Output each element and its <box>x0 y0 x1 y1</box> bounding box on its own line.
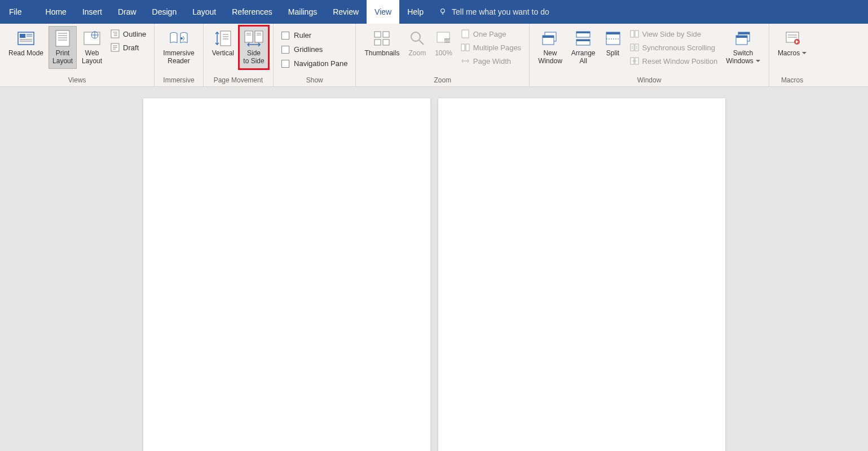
view-side-by-side-icon <box>630 30 639 38</box>
zoom-icon <box>409 30 425 46</box>
svg-rect-35 <box>374 40 381 45</box>
view-side-by-side-label: View Side by Side <box>642 30 702 38</box>
svg-rect-34 <box>383 32 389 37</box>
svg-rect-7 <box>56 30 69 46</box>
group-views: Read Mode Print Layout Web Layout Outlin… <box>0 24 155 86</box>
menu-view[interactable]: View <box>367 0 399 24</box>
side-to-side-button[interactable]: Side to Side <box>239 26 268 69</box>
svg-rect-33 <box>374 32 381 37</box>
vertical-icon <box>214 30 232 47</box>
svg-rect-49 <box>576 32 590 33</box>
thumbnails-button[interactable]: Thumbnails <box>360 26 403 69</box>
arrange-all-label: Arrange All <box>571 49 596 65</box>
ruler-checkbox[interactable]: Ruler <box>280 29 349 41</box>
print-layout-icon <box>55 30 70 47</box>
document-page-1[interactable] <box>143 98 430 451</box>
lightbulb-icon <box>438 7 447 16</box>
svg-rect-56 <box>635 30 638 37</box>
svg-rect-28 <box>255 31 263 42</box>
svg-rect-55 <box>631 30 634 37</box>
menu-layout[interactable]: Layout <box>184 0 224 24</box>
outline-label: Outline <box>123 30 146 38</box>
group-immersive: Immersive Reader Immersive <box>155 24 203 86</box>
menubar: File Home Insert Draw Design Layout Refe… <box>0 0 868 24</box>
menu-home[interactable]: Home <box>38 0 74 24</box>
document-area[interactable] <box>0 87 868 451</box>
svg-rect-23 <box>221 31 231 46</box>
new-window-icon <box>541 31 558 46</box>
svg-rect-2 <box>20 34 25 38</box>
svg-rect-64 <box>736 36 747 38</box>
tell-me-search[interactable]: Tell me what you want to do <box>431 0 556 24</box>
ruler-label: Ruler <box>294 31 311 40</box>
menu-mailings[interactable]: Mailings <box>280 0 325 24</box>
document-page-2[interactable] <box>438 98 725 451</box>
macros-label: Macros <box>778 49 807 57</box>
group-immersive-label: Immersive <box>159 75 198 86</box>
menu-draw[interactable]: Draw <box>110 0 144 24</box>
svg-text:100: 100 <box>444 39 451 42</box>
thumbnails-icon <box>373 30 390 46</box>
group-zoom-label: Zoom <box>360 75 525 86</box>
outline-icon <box>111 29 120 38</box>
group-zoom: Thumbnails Zoom 100 100% One Page Multip… <box>356 24 530 86</box>
web-layout-label: Web Layout <box>82 49 102 65</box>
zoom-label: Zoom <box>408 49 426 57</box>
checkbox-icon <box>281 60 289 68</box>
menu-help[interactable]: Help <box>399 0 431 24</box>
menu-review[interactable]: Review <box>325 0 367 24</box>
gridlines-checkbox[interactable]: Gridlines <box>280 43 349 55</box>
svg-line-38 <box>419 40 424 45</box>
menu-design[interactable]: Design <box>144 0 185 24</box>
menu-references[interactable]: References <box>224 0 280 24</box>
split-button[interactable]: Split <box>601 26 625 69</box>
checkbox-icon <box>281 32 289 40</box>
group-show-label: Show <box>278 75 351 86</box>
switch-windows-button[interactable]: Switch Windows <box>722 26 764 69</box>
svg-rect-43 <box>461 44 465 51</box>
group-macros: Macros Macros <box>769 24 815 86</box>
read-mode-button[interactable]: Read Mode <box>5 26 47 69</box>
switch-windows-label: Switch Windows <box>726 49 760 65</box>
web-layout-button[interactable]: Web Layout <box>78 26 106 69</box>
group-window: New Window Arrange All Split View Side b… <box>530 24 769 86</box>
multiple-pages-icon <box>461 43 470 51</box>
reset-window-position-icon <box>630 57 639 65</box>
page-width-button: Page Width <box>460 55 522 67</box>
reset-window-position-button: Reset Window Position <box>629 55 719 67</box>
synchronous-scrolling-label: Synchronous Scrolling <box>642 43 715 52</box>
navigation-pane-label: Navigation Pane <box>294 59 347 68</box>
vertical-label: Vertical <box>212 49 234 57</box>
immersive-reader-icon <box>169 30 188 46</box>
outline-button[interactable]: Outline <box>109 28 147 40</box>
multiple-pages-label: Multiple Pages <box>473 43 521 52</box>
split-label: Split <box>606 49 619 57</box>
page-width-icon <box>461 57 470 65</box>
side-to-side-icon <box>243 30 265 47</box>
svg-rect-62 <box>738 32 750 34</box>
arrange-all-button[interactable]: Arrange All <box>567 26 600 69</box>
new-window-button[interactable]: New Window <box>534 26 566 69</box>
one-page-icon <box>461 29 469 38</box>
svg-rect-53 <box>606 32 620 34</box>
print-layout-button[interactable]: Print Layout <box>49 26 77 69</box>
draft-button[interactable]: Draft <box>109 42 147 53</box>
immersive-reader-button[interactable]: Immersive Reader <box>159 26 198 69</box>
svg-rect-42 <box>462 30 469 38</box>
group-views-label: Views <box>5 75 149 86</box>
navigation-pane-checkbox[interactable]: Navigation Pane <box>280 58 349 69</box>
thumbnails-label: Thumbnails <box>364 49 399 57</box>
vertical-button[interactable]: Vertical <box>208 26 238 69</box>
read-mode-icon <box>17 30 34 46</box>
group-page-movement-label: Page Movement <box>208 75 268 86</box>
menu-insert[interactable]: Insert <box>74 0 110 24</box>
split-icon <box>605 31 621 46</box>
zoom-100-label: 100% <box>435 49 452 57</box>
svg-rect-47 <box>543 36 554 38</box>
svg-point-37 <box>411 32 420 41</box>
one-page-label: One Page <box>473 30 506 38</box>
menu-file[interactable]: File <box>0 0 31 24</box>
checkbox-icon <box>281 46 289 54</box>
macros-button[interactable]: Macros <box>774 26 810 69</box>
view-side-by-side-button: View Side by Side <box>629 28 719 40</box>
